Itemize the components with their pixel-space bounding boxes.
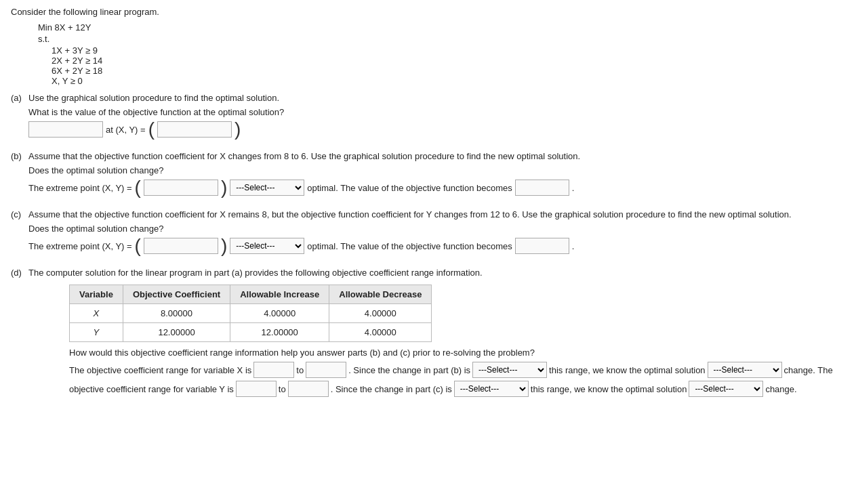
objective-function: Min 8X + 12Y xyxy=(38,22,845,33)
intro-text: Consider the following linear program. xyxy=(11,7,845,17)
constraint-4: X, Y ≥ 0 xyxy=(52,76,845,86)
range-y-sol-select[interactable]: ---Select--- will not will xyxy=(689,381,763,397)
row-y-decrease: 4.00000 xyxy=(329,323,432,342)
part-c-period: . xyxy=(572,241,575,251)
range-x-within-select[interactable]: ---Select--- within outside xyxy=(472,362,547,378)
part-b-optimal-label: optimal. The value of the objective func… xyxy=(307,183,512,193)
range-x-to-label: to xyxy=(296,365,304,375)
c-close-paren: ) xyxy=(221,238,227,254)
col-variable: Variable xyxy=(70,285,123,304)
row-y-var: Y xyxy=(70,323,123,342)
st-label: s.t. xyxy=(38,34,845,44)
part-c-optimal-label: optimal. The value of the objective func… xyxy=(307,241,512,251)
range-y-since-label: . Since the change in part (c) is xyxy=(331,384,452,394)
range-y-change-label: change. xyxy=(765,384,796,394)
part-b-subq: Does the optimal solution change? xyxy=(28,165,845,175)
part-a-question2: What is the value of the objective funct… xyxy=(28,107,845,117)
part-b-obj-value-input[interactable] xyxy=(515,180,569,196)
table-row-y: Y 12.00000 12.00000 4.00000 xyxy=(70,323,432,342)
part-b-select[interactable]: ---Select--- is is not xyxy=(230,180,304,196)
part-d-bottom-text: How would this objective coefficient ran… xyxy=(69,348,845,358)
part-c-subq: Does the optimal solution change? xyxy=(28,224,845,234)
b-close-paren: ) xyxy=(221,180,227,196)
row-x-obj: 8.00000 xyxy=(123,304,230,323)
range-x-since-label: . Since the change in part (b) is xyxy=(348,365,470,375)
sensitivity-table: Variable Objective Coefficient Allowable… xyxy=(69,285,432,342)
part-c-extreme-label: The extreme point (X, Y) = xyxy=(28,241,132,251)
col-obj-coeff: Objective Coefficient xyxy=(123,285,230,304)
row-x-increase: 4.00000 xyxy=(230,304,329,323)
range-y-row: objective coefficient range for variable… xyxy=(69,381,845,397)
part-c-question: Assume that the objective function coeff… xyxy=(28,209,845,219)
range-y-to-input[interactable] xyxy=(288,381,329,397)
b-open-paren: ( xyxy=(135,180,141,196)
c-open-paren: ( xyxy=(135,238,141,254)
range-x-row: The objective coefficient range for vari… xyxy=(69,362,845,378)
range-x-to-input[interactable] xyxy=(306,362,346,378)
row-y-increase: 12.00000 xyxy=(230,323,329,342)
part-d-label: (d) xyxy=(11,268,26,278)
row-x-decrease: 4.00000 xyxy=(329,304,432,323)
obj-value-input[interactable] xyxy=(28,121,103,138)
range-y-know-label: this range, we know the optimal solution xyxy=(531,384,687,394)
open-paren: ( xyxy=(148,121,155,138)
range-x-from-input[interactable] xyxy=(253,362,294,378)
part-c-select[interactable]: ---Select--- is is not xyxy=(230,238,304,254)
range-y-within-select[interactable]: ---Select--- within outside xyxy=(454,381,529,397)
part-a-label: (a) xyxy=(11,93,26,103)
at-xy-label: at (X, Y) = xyxy=(106,125,146,135)
part-b-extreme-label: The extreme point (X, Y) = xyxy=(28,183,132,193)
part-c-label: (c) xyxy=(11,209,26,219)
col-allowable-increase: Allowable Increase xyxy=(230,285,329,304)
range-x-change-label: change. The xyxy=(784,365,833,375)
part-a-question1: Use the graphical solution procedure to … xyxy=(28,93,845,103)
range-y-label: objective coefficient range for variable… xyxy=(69,384,234,394)
part-b-question: Assume that the objective function coeff… xyxy=(28,151,845,161)
part-b-period: . xyxy=(572,183,575,193)
range-x-sol-select[interactable]: ---Select--- will not will xyxy=(708,362,782,378)
part-b-xy-input[interactable] xyxy=(144,180,218,196)
constraint-1: 1X + 3Y ≥ 9 xyxy=(52,45,845,56)
part-c-obj-value-input[interactable] xyxy=(515,238,569,254)
range-y-from-input[interactable] xyxy=(236,381,277,397)
close-paren: ) xyxy=(235,121,241,138)
part-d-question: The computer solution for the linear pro… xyxy=(28,268,845,278)
row-y-obj: 12.00000 xyxy=(123,323,230,342)
table-row-x: X 8.00000 4.00000 4.00000 xyxy=(70,304,432,323)
range-y-to-label: to xyxy=(279,384,286,394)
constraint-3: 6X + 2Y ≥ 18 xyxy=(52,66,845,76)
range-x-label: The objective coefficient range for vari… xyxy=(69,365,251,375)
row-x-var: X xyxy=(70,304,123,323)
range-x-know-label: this range, we know the optimal solution xyxy=(549,365,706,375)
col-allowable-decrease: Allowable Decrease xyxy=(329,285,432,304)
part-b-label: (b) xyxy=(11,151,26,161)
constraint-2: 2X + 2Y ≥ 14 xyxy=(52,56,845,66)
xy-value-input[interactable] xyxy=(157,121,232,138)
part-c-xy-input[interactable] xyxy=(144,238,218,254)
